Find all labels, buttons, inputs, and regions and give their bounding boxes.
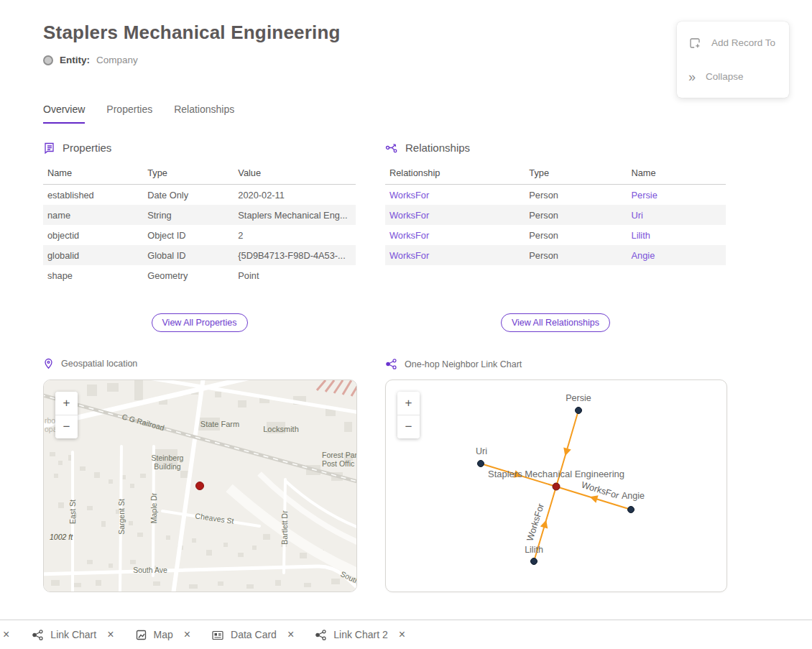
bottom-tab-bar: × Link Chart × Map × Data C	[0, 620, 812, 649]
map-marker[interactable]	[196, 482, 204, 490]
bottom-tab-link-chart[interactable]: Link Chart ×	[32, 628, 114, 641]
map-zoom-control: + −	[55, 392, 78, 438]
record-link[interactable]: WorksFor	[389, 190, 429, 201]
one-hop-link-chart[interactable]: WorksFor WorksFor Staplers Mechanical En…	[385, 379, 727, 592]
column-header: Type	[143, 162, 234, 185]
bottom-tab-label: Map	[154, 629, 173, 640]
table-row[interactable]: WorksForPersonPersie	[385, 185, 726, 206]
table-row[interactable]: nameStringStaplers Mechanical Eng...	[43, 205, 356, 225]
data-card-icon	[211, 629, 224, 641]
table-cell: Object ID	[143, 225, 234, 245]
table-row[interactable]: WorksForPersonUri	[385, 205, 726, 225]
add-record-icon	[688, 37, 701, 50]
table-cell: Point	[234, 265, 356, 285]
sub-header-title: Geospatial location	[61, 359, 137, 369]
table-cell: WorksFor	[385, 245, 525, 265]
tab-close-button[interactable]: ×	[184, 628, 190, 641]
bottom-tab-label: Link Chart 2	[333, 629, 387, 640]
record-link[interactable]: Uri	[632, 210, 643, 221]
column-header: Value	[234, 162, 356, 185]
section-title: Relationships	[405, 142, 470, 154]
node-persie[interactable]	[576, 408, 582, 414]
bottom-tab-map[interactable]: Map ×	[135, 628, 191, 641]
relationships-icon	[385, 142, 398, 154]
map-zoom-in-button[interactable]: +	[55, 392, 78, 415]
properties-section: Properties Name Type Value establishedDa…	[43, 142, 356, 285]
node-label-angie: Angie	[622, 491, 645, 501]
map-label-state-farm: State Farm	[200, 420, 239, 428]
partial-tab-close-button[interactable]: ×	[1, 628, 11, 641]
table-row[interactable]: objectidObject ID2	[43, 225, 356, 245]
map-label-forest-park: Forest Par	[322, 451, 356, 459]
map-label-steinberg-2: Building	[154, 462, 181, 471]
node-label-lilith: Lilith	[525, 545, 543, 555]
table-row[interactable]: establishedDate Only2020-02-11	[43, 185, 356, 206]
tab-close-button[interactable]: ×	[107, 628, 114, 641]
table-row[interactable]: shapeGeometryPoint	[43, 265, 356, 285]
table-cell: established	[43, 185, 143, 206]
link-chart-icon	[385, 358, 397, 370]
record-link[interactable]: Angie	[632, 250, 655, 261]
record-link[interactable]: Lilith	[632, 230, 650, 241]
relationships-section: Relationships Relationship Type Name Wor…	[385, 142, 726, 265]
tab-relationships[interactable]: Relationships	[174, 103, 234, 124]
table-cell: Person	[525, 185, 627, 206]
map-icon	[135, 629, 147, 641]
view-all-properties-button[interactable]: View All Properties	[152, 313, 248, 332]
record-link[interactable]: WorksFor	[389, 210, 429, 221]
node-uri[interactable]	[478, 461, 484, 467]
table-row[interactable]: globalidGlobal ID{5D9B4713-F98D-4A53-...	[43, 245, 356, 265]
table-cell: Lilith	[627, 225, 726, 245]
bottom-tab-link-chart-2[interactable]: Link Chart 2 ×	[315, 628, 405, 641]
edge-label-worksfor-lilith: WorksFor	[525, 502, 546, 543]
table-cell: globalid	[43, 245, 143, 265]
record-link[interactable]: Persie	[632, 190, 658, 201]
record-link[interactable]: WorksFor	[389, 230, 429, 241]
entity-label: Entity:	[60, 55, 90, 65]
tab-close-button[interactable]: ×	[399, 628, 405, 641]
node-label-persie: Persie	[566, 393, 591, 403]
chart-zoom-in-button[interactable]: +	[397, 392, 420, 415]
table-cell: Global ID	[143, 245, 234, 265]
map-pin-icon	[43, 358, 54, 369]
table-cell: Person	[525, 245, 627, 265]
column-header: Relationship	[385, 162, 525, 185]
node-angie[interactable]	[628, 507, 635, 513]
tab-overview[interactable]: Overview	[43, 103, 85, 124]
record-link[interactable]: WorksFor	[389, 250, 429, 261]
map-label-bartlett-dr: Bartlett Dr	[280, 510, 289, 545]
tab-bar: Overview Properties Relationships	[43, 103, 234, 124]
tab-close-button[interactable]: ×	[287, 628, 294, 641]
table-cell: Person	[525, 205, 627, 225]
relationships-table: Relationship Type Name WorksForPersonPer…	[385, 162, 726, 265]
edge-label-worksfor-angie: WorksFor	[580, 480, 620, 501]
map-label-locksmith: Locksmith	[263, 425, 299, 433]
view-all-relationships-button[interactable]: View All Relationships	[501, 313, 610, 332]
bottom-tab-data-card[interactable]: Data Card ×	[211, 628, 294, 641]
properties-icon	[43, 142, 55, 154]
center-node-label: Staplers Mechanical Engineering	[488, 469, 624, 479]
menu-item-label: Collapse	[706, 71, 744, 82]
section-title: Properties	[63, 142, 111, 154]
map-zoom-out-button[interactable]: −	[55, 415, 78, 438]
map-label-east-st: East St	[68, 500, 77, 524]
collapse-icon: »	[688, 70, 696, 83]
node-lilith[interactable]	[531, 558, 538, 565]
table-cell: Person	[525, 225, 627, 245]
chart-zoom-out-button[interactable]: −	[397, 415, 420, 438]
map-canvas[interactable]: rbour opaedics C G Railroad State Farm L…	[44, 380, 356, 592]
link-chart-canvas[interactable]: WorksFor WorksFor Staplers Mechanical En…	[386, 380, 726, 592]
link-chart-icon	[315, 629, 327, 641]
menu-item-label: Add Record To	[711, 37, 775, 48]
table-row[interactable]: WorksForPersonLilith	[385, 225, 726, 245]
entity-value: Company	[96, 55, 138, 65]
table-cell: String	[143, 205, 234, 225]
menu-item-collapse[interactable]: » Collapse	[677, 60, 789, 93]
map-label-sargent-st: Sargent St	[117, 499, 126, 535]
entity-row: Entity: Company	[43, 55, 138, 65]
table-row[interactable]: WorksForPersonAngie	[385, 245, 726, 265]
tab-properties[interactable]: Properties	[106, 103, 152, 124]
center-node[interactable]	[553, 483, 560, 490]
geospatial-map[interactable]: rbour opaedics C G Railroad State Farm L…	[43, 379, 357, 592]
menu-item-add-record-to[interactable]: Add Record To	[677, 26, 789, 60]
